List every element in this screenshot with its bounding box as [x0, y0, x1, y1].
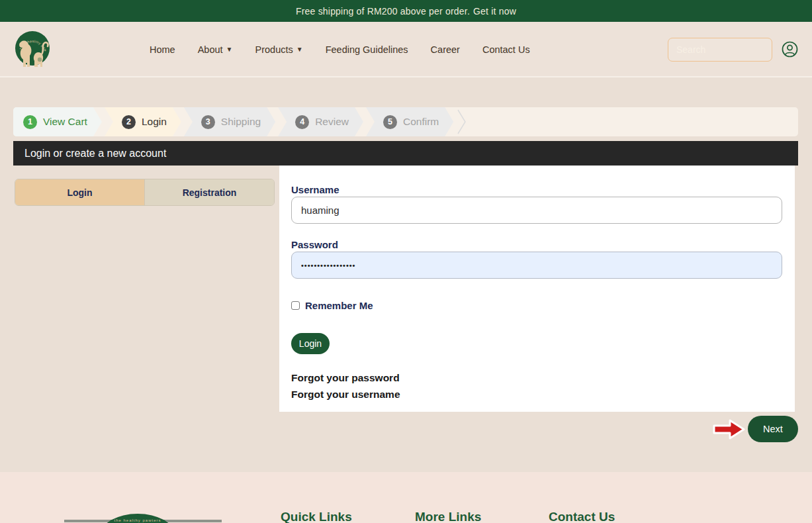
step-label: View Cart: [43, 116, 87, 128]
username-field[interactable]: [291, 197, 782, 224]
nav-career[interactable]: Career: [431, 44, 460, 55]
password-field[interactable]: [291, 252, 782, 279]
search-input[interactable]: [668, 38, 772, 62]
password-label: Password: [291, 239, 338, 250]
forgot-username-link[interactable]: Forgot your username: [291, 389, 400, 401]
step-label: Confirm: [403, 116, 439, 128]
pointer-arrow-icon: [712, 418, 746, 440]
remember-me-label: Remember Me: [305, 300, 373, 311]
step-shipping: 3 Shipping: [184, 107, 275, 136]
step-number-badge: 1: [23, 115, 37, 129]
promo-banner: Free shipping of RM200 above per order. …: [0, 0, 812, 22]
login-form-panel: Username Password Remember Me Login Forg…: [279, 166, 795, 412]
step-view-cart[interactable]: 1 View Cart: [13, 107, 102, 136]
footer-heading-quick-links: Quick Links: [281, 510, 352, 523]
remember-me-row: Remember Me: [291, 300, 373, 311]
tab-login[interactable]: Login: [15, 179, 144, 205]
step-review: 4 Review: [278, 107, 363, 136]
step-number-badge: 4: [295, 115, 309, 129]
chevron-down-icon: ▼: [296, 46, 303, 53]
forgot-password-link[interactable]: Forgot your password: [291, 372, 400, 384]
nav-about[interactable]: About▼: [198, 44, 233, 55]
step-number-badge: 5: [383, 115, 397, 129]
nav-contact-us[interactable]: Contact Us: [482, 44, 530, 55]
step-label: Login: [142, 116, 167, 128]
nav-products[interactable]: Products▼: [255, 44, 303, 55]
next-button[interactable]: Next: [748, 416, 798, 442]
promo-text: Free shipping of RM200 above per order.: [296, 6, 470, 17]
main-nav: Home About▼ Products▼ Feeding Guidelines…: [150, 22, 530, 77]
checkout-login-page: Free shipping of RM200 above per order. …: [0, 0, 812, 523]
step-confirm: 5 Confirm: [366, 107, 453, 136]
auth-tabs: Login Registration: [15, 179, 275, 206]
nav-home[interactable]: Home: [150, 44, 175, 55]
section-title-bar: Login or create a new account: [13, 141, 798, 166]
footer: the healthy pawters Quick Links More Lin…: [0, 472, 812, 523]
chevron-down-icon: ▼: [226, 46, 233, 53]
brand-logo[interactable]: • the healthy pawters •: [14, 30, 51, 70]
promo-link[interactable]: Get it now: [473, 6, 516, 17]
login-button[interactable]: Login: [291, 333, 330, 354]
remember-me-checkbox[interactable]: [291, 301, 300, 310]
footer-heading-contact-us: Contact Us: [549, 510, 615, 523]
section-title: Login or create a new account: [24, 148, 166, 160]
step-label: Shipping: [221, 116, 261, 128]
footer-brand-logo: the healthy pawters: [101, 514, 175, 523]
username-label: Username: [291, 184, 339, 195]
step-number-badge: 3: [201, 115, 215, 129]
account-icon[interactable]: [782, 41, 798, 58]
checkout-steps: 1 View Cart 2 Login 3 Shipping 4 Review …: [13, 107, 798, 136]
header: • the healthy pawters • Home About▼ Prod…: [0, 22, 812, 77]
tab-registration[interactable]: Registration: [144, 179, 274, 205]
step-label: Review: [315, 116, 349, 128]
step-number-badge: 2: [122, 115, 136, 129]
footer-heading-more-links: More Links: [415, 510, 481, 523]
step-login[interactable]: 2 Login: [105, 107, 181, 136]
nav-feeding-guidelines[interactable]: Feeding Guidelines: [326, 44, 408, 55]
step-separator-chevron: [457, 107, 467, 136]
